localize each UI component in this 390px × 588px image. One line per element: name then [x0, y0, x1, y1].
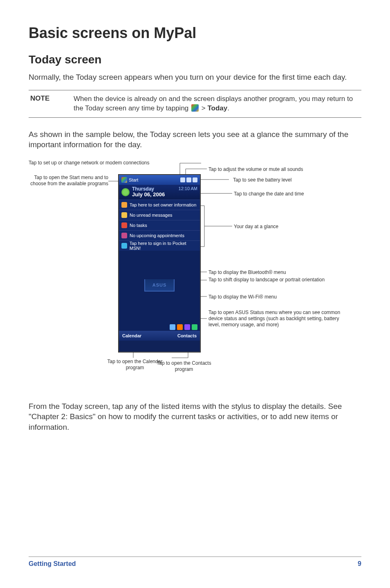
start-menu-icon	[191, 104, 199, 112]
note-text-after: >	[199, 104, 207, 112]
volume-icon[interactable]	[186, 177, 191, 182]
annotated-diagram: Start Thursday July 06, 2006 12:10 AM	[29, 157, 361, 391]
callout-network: Tap to set up or change network or modem…	[29, 160, 176, 166]
appointments-icon	[121, 233, 127, 238]
note-today-bold: Today	[207, 104, 227, 112]
tasks-icon	[121, 222, 127, 228]
network-icon[interactable]	[180, 177, 185, 182]
asus-logo: ASUS	[144, 279, 175, 292]
owner-text: Tap here to set owner information	[130, 202, 196, 207]
footer-title: Getting Started	[29, 560, 76, 568]
messages-icon	[121, 212, 127, 218]
status-bar	[119, 319, 200, 331]
date-label: July 06, 2006	[132, 192, 165, 197]
callout-asus-status: Tap to open ASUS Status menu where you c…	[208, 310, 343, 328]
after-diagram-paragraph: From the Today screen, tap any of the li…	[29, 401, 361, 433]
messages-row[interactable]: No unread messages	[119, 210, 200, 220]
msn-row[interactable]: Tap here to sign in to Pocket MSN!	[119, 240, 200, 251]
msn-icon	[121, 243, 127, 249]
page-title: Basic screens on MyPal	[29, 25, 361, 42]
callout-start-menu: Tap to open the Start menu and to choose…	[29, 175, 108, 187]
phone-body-area: ASUS	[119, 251, 200, 319]
note-text: When the device is already on and the sc…	[74, 94, 360, 113]
intro-paragraph: Normally, the Today screen appears when …	[29, 72, 361, 83]
callout-bluetooth: Tap to display the Bluetooth® menu	[208, 269, 311, 276]
callout-wifi: Tap to display the Wi-Fi® menu	[208, 294, 315, 300]
after-note-paragraph: As shown in the sample below, the Today …	[29, 129, 361, 150]
callout-glance: Your day at a glance	[234, 224, 316, 230]
callout-datetime: Tap to change the date and time	[234, 191, 340, 197]
callout-contacts: Tap to open the Contacts program	[155, 360, 213, 373]
note-label: NOTE	[30, 94, 59, 113]
callout-orientation: Tap to shift display to landscape or por…	[208, 277, 331, 283]
phone-date-row[interactable]: Thursday July 06, 2006 12:10 AM	[119, 185, 200, 200]
messages-text: No unread messages	[130, 213, 173, 218]
time-label: 12:10 AM	[179, 186, 197, 191]
footer-page-number: 9	[358, 560, 361, 568]
tasks-text: No tasks	[130, 223, 147, 228]
section-title: Today screen	[29, 53, 361, 66]
appointments-text: No upcoming appointments	[130, 233, 184, 238]
note-text-end: .	[227, 104, 229, 112]
bluetooth-icon[interactable]	[170, 324, 175, 330]
callout-battery: Tap to see the battery level	[233, 177, 335, 183]
appointments-row[interactable]: No upcoming appointments	[119, 230, 200, 240]
page-footer: Getting Started 9	[29, 557, 361, 568]
msn-text: Tap here to sign in to Pocket MSN!	[130, 241, 197, 251]
note-box: NOTE When the device is already on and t…	[29, 90, 361, 118]
phone-title-bar[interactable]: Start	[119, 175, 200, 185]
start-flag-icon[interactable]	[121, 177, 127, 183]
clock-icon	[121, 188, 130, 196]
wifi-icon[interactable]	[184, 324, 190, 330]
battery-icon[interactable]	[193, 177, 197, 182]
softkey-bar: Calendar Contacts	[119, 331, 200, 341]
softkey-calendar[interactable]: Calendar	[122, 333, 141, 338]
tasks-row[interactable]: No tasks	[119, 220, 200, 230]
orientation-icon[interactable]	[177, 324, 183, 330]
callout-volume: Tap to adjust the volume or mute all sou…	[208, 166, 339, 173]
owner-icon	[121, 202, 127, 208]
asus-status-icon[interactable]	[192, 324, 197, 330]
callout-calendar: Tap to open the Calendar program	[106, 359, 164, 371]
owner-row[interactable]: Tap here to set owner information	[119, 200, 200, 210]
device-screenshot: Start Thursday July 06, 2006 12:10 AM	[119, 175, 200, 352]
softkey-contacts[interactable]: Contacts	[177, 333, 197, 338]
start-label[interactable]: Start	[129, 177, 138, 182]
